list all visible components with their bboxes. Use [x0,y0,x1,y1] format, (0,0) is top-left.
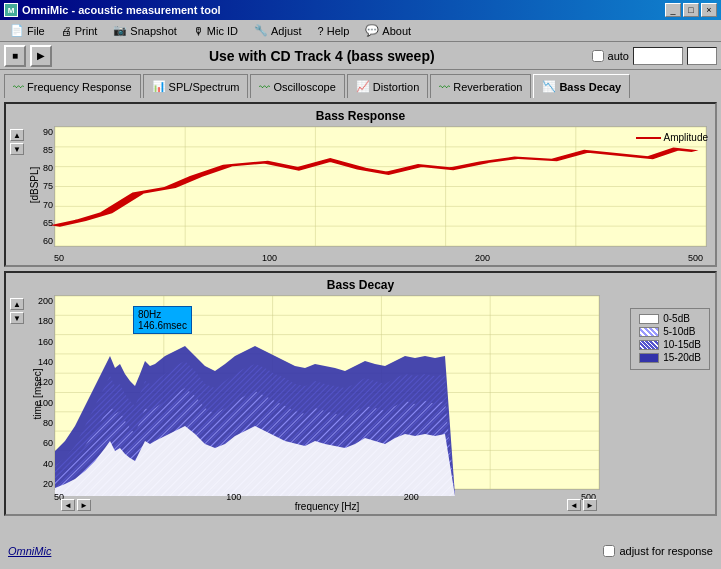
bass-response-plot-area: 90 85 80 75 70 65 60 [54,126,707,247]
amplitude-legend: Amplitude [636,132,708,143]
main-content: Bass Response ▲ ▼ [dBSPL] 90 85 80 75 70… [0,98,721,539]
omnimic-link[interactable]: OmniMic [8,545,51,557]
tab-frequency-response[interactable]: 〰 Frequency Response [4,74,141,98]
menu-adjust[interactable]: 🔧 Adjust [248,23,308,38]
tab-spl-spectrum[interactable]: 📊 SPL/Spectrum [143,74,249,98]
help-icon: ? [318,25,324,37]
file-icon: 📄 [10,24,24,37]
chart-arrows-bottom: ▲ ▼ [10,298,24,324]
menu-bar: 📄 File 🖨 Print 📷 Snapshot 🎙 Mic ID 🔧 Adj… [0,20,721,42]
up-arrow-button[interactable]: ▲ [10,129,24,141]
bass-response-chart: Bass Response ▲ ▼ [dBSPL] 90 85 80 75 70… [4,102,717,267]
scroll-arrows-right: ◄ ► [567,499,597,511]
tooltip-freq: 80Hz [138,309,187,320]
tab-distortion[interactable]: 📈 Distortion [347,74,428,98]
scroll-left-button2[interactable]: ◄ [567,499,581,511]
scroll-left-button[interactable]: ◄ [61,499,75,511]
menu-print[interactable]: 🖨 Print [55,24,104,38]
menu-file[interactable]: 📄 File [4,23,51,38]
legend-label-10-15dB: 10-15dB [663,339,701,350]
auto-input[interactable] [633,47,683,65]
auto-area: auto [592,47,717,65]
legend-label-0-5dB: 0-5dB [663,313,690,324]
up-arrow-button-bottom[interactable]: ▲ [10,298,24,310]
down-arrow-button[interactable]: ▼ [10,143,24,155]
menu-help[interactable]: ? Help [312,24,356,38]
bass-decay-title: Bass Decay [6,278,715,292]
tooltip-val: 146.6msec [138,320,187,331]
scroll-right-button2[interactable]: ► [583,499,597,511]
auto-checkbox[interactable] [592,50,604,62]
tab-oscilloscope[interactable]: 〰 Oscilloscope [250,74,344,98]
legend-swatch-10-15dB [639,340,659,350]
title-bar: M OmniMic - acoustic measurement tool _ … [0,0,721,20]
menu-snapshot[interactable]: 📷 Snapshot [107,23,182,38]
bass-decay-icon: 📉 [542,80,556,93]
oscilloscope-icon: 〰 [259,81,270,93]
auto-input2[interactable] [687,47,717,65]
bass-decay-plot-area: 200 180 160 140 120 100 80 60 40 20 [54,295,600,490]
toolbar: ■ ▶ Use with CD Track 4 (bass sweep) aut… [0,42,721,70]
legend-swatch-0-5dB [639,314,659,324]
bass-response-title: Bass Response [6,109,715,123]
print-icon: 🖨 [61,25,72,37]
distortion-icon: 📈 [356,80,370,93]
app-icon: M [4,3,18,17]
about-icon: 💬 [365,24,379,37]
play-button[interactable]: ▶ [30,45,52,67]
maximize-button[interactable]: □ [683,3,699,17]
minimize-button[interactable]: _ [665,3,681,17]
tab-reverberation[interactable]: 〰 Reverberation [430,74,531,98]
adjust-icon: 🔧 [254,24,268,37]
adjust-checkbox[interactable] [603,545,615,557]
bass-decay-chart: Bass Decay ▲ ▼ time [msec] 200 180 160 1… [4,271,717,516]
scroll-arrows-left: ◄ ► [61,499,91,511]
spl-icon: 📊 [152,80,166,93]
down-arrow-button-bottom[interactable]: ▼ [10,312,24,324]
status-bar: OmniMic adjust for response [0,539,721,563]
reverb-icon: 〰 [439,81,450,93]
stop-button[interactable]: ■ [4,45,26,67]
legend-swatch-15-20dB [639,353,659,363]
adjust-label: adjust for response [619,545,713,557]
bass-decay-legend: 0-5dB 5-10dB 10-15dB 15-20dB [630,308,710,370]
tooltip-box: 80Hz 146.6msec [133,306,192,334]
auto-label: auto [608,50,629,62]
subtitle: Use with CD Track 4 (bass sweep) [56,48,588,64]
chart-arrows-top: ▲ ▼ [10,129,24,155]
tab-bass-decay[interactable]: 📉 Bass Decay [533,74,630,98]
x-axis-label-bottom: frequency [Hz] [54,501,600,512]
adjust-area: adjust for response [603,545,713,557]
frequency-icon: 〰 [13,81,24,93]
mic-icon: 🎙 [193,25,204,37]
snapshot-icon: 📷 [113,24,127,37]
menu-about[interactable]: 💬 About [359,23,417,38]
legend-label-5-10dB: 5-10dB [663,326,695,337]
tabs-bar: 〰 Frequency Response 📊 SPL/Spectrum 〰 Os… [0,70,721,98]
scroll-right-button[interactable]: ► [77,499,91,511]
menu-micid[interactable]: 🎙 Mic ID [187,24,244,38]
close-button[interactable]: × [701,3,717,17]
legend-swatch-5-10dB [639,327,659,337]
window-title: OmniMic - acoustic measurement tool [22,4,221,16]
legend-label-15-20dB: 15-20dB [663,352,701,363]
x-ticks-top: 50 100 200 500 [54,253,707,263]
window-controls: _ □ × [665,3,717,17]
